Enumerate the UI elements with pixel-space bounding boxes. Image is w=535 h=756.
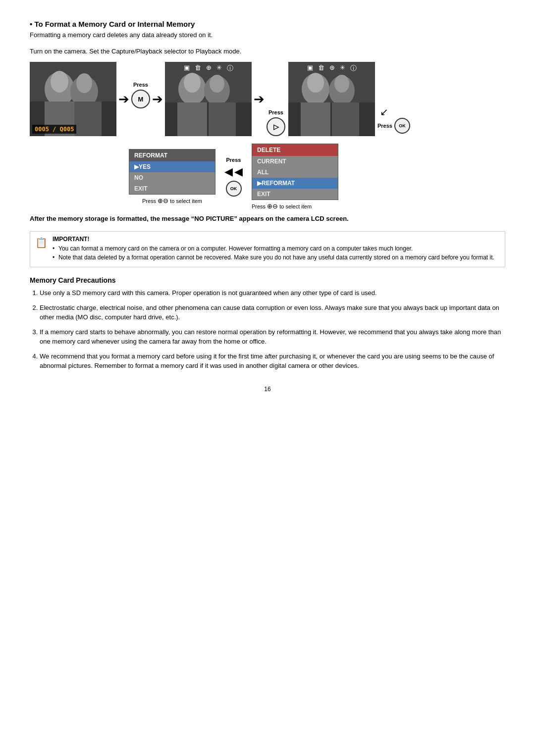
mid-camera-col: ▣ 🗑 ⊕ ✳ ⓘ — [165, 62, 252, 136]
delete-header: DELETE — [252, 144, 338, 156]
right-camera-svg — [288, 62, 375, 136]
double-arrow: ◀ ◀ — [224, 165, 243, 178]
select-hint-right: Press ⊕⊖ to select item — [252, 202, 312, 210]
arrow-down-icon: ↙ — [380, 106, 388, 118]
exit-option-left[interactable]: EXIT — [129, 183, 215, 194]
arrow-3: ➔ — [252, 92, 267, 107]
arrow-left-1: ◀ — [224, 165, 233, 178]
press-label-1: Press — [133, 82, 148, 88]
diagram: 0005 / Q005 ➔ Press M ➔ — [30, 62, 505, 136]
ok-button-label: OK — [399, 123, 406, 128]
exit-option-right[interactable]: EXIT — [252, 189, 338, 200]
press-label-3: Press — [377, 123, 392, 129]
press-play-section: Press ▷ — [267, 109, 285, 136]
press-ok-section: ↙ Press OK — [377, 106, 410, 136]
svg-point-11 — [184, 73, 201, 93]
bottom-menus-row: REFORMAT ▶YES NO EXIT Press ⊕⊖ to select… — [129, 144, 505, 210]
svg-point-19 — [307, 73, 324, 93]
precautions-title: Memory Card Precautions — [30, 276, 505, 284]
important-content: IMPORTANT! You can format a memory card … — [53, 236, 494, 263]
svg-point-4 — [76, 73, 92, 93]
left-camera-image: 0005 / Q005 — [30, 62, 116, 136]
icon-info: ⓘ — [227, 64, 233, 73]
play-button-label: ▷ — [273, 123, 279, 131]
yes-option[interactable]: ▶YES — [129, 161, 215, 172]
reformat-menu-section: REFORMAT ▶YES NO EXIT Press ⊕⊖ to select… — [129, 149, 215, 204]
important-item-1: You can format a memory card on the came… — [53, 245, 494, 252]
ok-button[interactable]: OK — [394, 118, 410, 134]
icon-sun: ✳ — [216, 64, 222, 73]
svg-point-20 — [334, 75, 349, 93]
svg-rect-15 — [209, 102, 236, 136]
left-camera-col: 0005 / Q005 — [30, 62, 116, 136]
select-icon-left: ⊕⊖ — [158, 197, 168, 204]
right-cam-icons: ▣ 🗑 ⊕ ✳ ⓘ — [288, 64, 375, 73]
press-label-2: Press — [268, 109, 283, 115]
svg-point-12 — [210, 75, 224, 93]
icon-plus-r: ⊕ — [329, 64, 335, 73]
m-button[interactable]: M — [131, 90, 150, 108]
delete-menu: DELETE CURRENT ALL ▶REFORMAT EXIT — [252, 144, 338, 200]
svg-rect-7 — [74, 101, 102, 136]
important-icon: 📋 — [35, 237, 48, 249]
important-title: IMPORTANT! — [53, 236, 494, 243]
precaution-item-4: We recommend that you format a memory ca… — [40, 352, 505, 371]
subtitle: Formatting a memory card deletes any dat… — [30, 31, 505, 39]
no-option[interactable]: NO — [129, 172, 215, 183]
icon-plus-circle: ⊕ — [206, 64, 212, 73]
arrow-2: ➔ — [150, 92, 165, 107]
page-title: To Format a Memory Card or Internal Memo… — [30, 20, 505, 28]
all-option[interactable]: ALL — [252, 167, 338, 178]
svg-point-3 — [51, 71, 68, 93]
press-ok-line: Press OK — [377, 118, 410, 134]
svg-rect-23 — [332, 102, 359, 136]
right-camera-image: ▣ 🗑 ⊕ ✳ ⓘ — [288, 62, 375, 136]
select-icon-right: ⊕⊖ — [267, 202, 278, 210]
icon-sun-r: ✳ — [340, 64, 345, 73]
svg-rect-22 — [301, 102, 330, 136]
reformat-header: REFORMAT — [129, 150, 215, 161]
right-camera-group: Press ▷ ▣ — [267, 62, 410, 136]
press-m-section: Press M — [131, 82, 150, 108]
precaution-item-1: Use only a SD memory card with this came… — [40, 288, 505, 298]
camera-counter: 0005 / Q005 — [32, 125, 76, 134]
important-box: 📋 IMPORTANT! You can format a memory car… — [30, 231, 505, 267]
play-button[interactable]: ▷ — [267, 117, 285, 136]
important-item-2: Note that data deleted by a format opera… — [53, 254, 494, 261]
mid-camera-image: ▣ 🗑 ⊕ ✳ ⓘ — [165, 62, 252, 136]
press-arrows-section: Press ◀ ◀ OK — [224, 157, 243, 197]
precaution-item-2: Electrostatic charge, electrical noise, … — [40, 303, 505, 322]
select-hint-left: Press ⊕⊖ to select item — [142, 197, 202, 204]
icon-square: ▣ — [184, 64, 190, 73]
icon-trash: 🗑 — [195, 64, 201, 73]
svg-rect-14 — [177, 102, 207, 136]
mid-cam-icons: ▣ 🗑 ⊕ ✳ ⓘ — [165, 64, 252, 73]
ok-label-middle: OK — [230, 186, 237, 191]
delete-menu-section: DELETE CURRENT ALL ▶REFORMAT EXIT Press … — [252, 144, 338, 210]
arrow-left-2: ◀ — [234, 165, 243, 178]
ok-button-middle[interactable]: OK — [226, 181, 242, 197]
precaution-item-3: If a memory card starts to behave abnorm… — [40, 327, 505, 347]
icon-info-r: ⓘ — [350, 64, 357, 73]
after-message: After the memory storage is formatted, t… — [30, 215, 505, 222]
m-button-label: M — [138, 96, 144, 103]
current-option[interactable]: CURRENT — [252, 156, 338, 167]
right-col: Press ▷ ▣ — [267, 62, 410, 136]
reformat-menu: REFORMAT ▶YES NO EXIT — [129, 149, 215, 195]
press-label-middle: Press — [226, 157, 241, 163]
icon-trash-r: 🗑 — [318, 64, 324, 73]
reformat-option[interactable]: ▶REFORMAT — [252, 178, 338, 189]
arrow-1: ➔ — [116, 92, 131, 107]
instruction-line: Turn on the camera. Set the Capture/Play… — [30, 48, 505, 55]
ok-row-middle: OK — [226, 181, 242, 197]
mid-camera-svg — [165, 62, 252, 136]
icon-square-r: ▣ — [307, 64, 313, 73]
page-number: 16 — [30, 386, 505, 393]
precautions-list: Use only a SD memory card with this came… — [30, 288, 505, 371]
